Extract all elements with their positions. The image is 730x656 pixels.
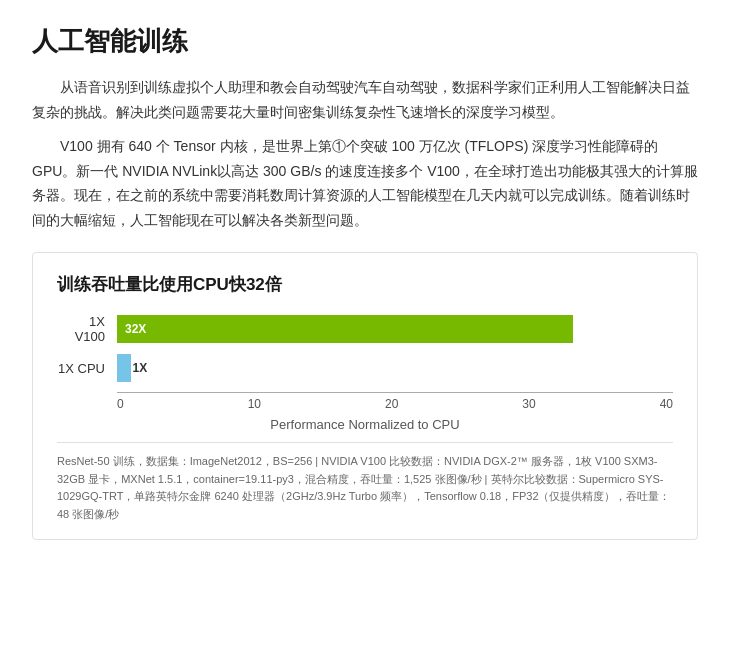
bar-label-cpu: 1X CPU (57, 361, 117, 376)
chart-container: 训练吞吐量比使用CPU快32倍 1X V100 32X 1X CPU 1X 0 … (32, 252, 698, 540)
x-axis-title: Performance Normalized to CPU (57, 417, 673, 432)
bar-fill-v100: 32X (117, 315, 573, 343)
bar-row-v100: 1X V100 32X (57, 314, 673, 344)
page-title: 人工智能训练 (32, 24, 698, 59)
chart-footnote: ResNet-50 训练，数据集：ImageNet2012，BS=256 | N… (57, 442, 673, 523)
bar-row-cpu: 1X CPU 1X (57, 354, 673, 382)
bar-value-v100: 32X (117, 322, 146, 336)
chart-title: 训练吞吐量比使用CPU快32倍 (57, 273, 673, 296)
x-axis-labels: 0 10 20 30 40 (117, 397, 673, 411)
x-label-30: 30 (522, 397, 535, 411)
bar-value-cpu: 1X (133, 361, 148, 375)
bar-label-v100: 1X V100 (57, 314, 117, 344)
bar-fill-cpu (117, 354, 131, 382)
x-label-0: 0 (117, 397, 124, 411)
x-label-40: 40 (660, 397, 673, 411)
x-label-20: 20 (385, 397, 398, 411)
bar-chart: 1X V100 32X 1X CPU 1X (57, 314, 673, 382)
bar-track-cpu: 1X (117, 354, 673, 382)
paragraph-1: 从语音识别到训练虚拟个人助理和教会自动驾驶汽车自动驾驶，数据科学家们正利用人工智… (32, 75, 698, 124)
bar-track-v100: 32X (117, 315, 673, 343)
paragraph-2: V100 拥有 640 个 Tensor 内核，是世界上第①个突破 100 万亿… (32, 134, 698, 232)
x-label-10: 10 (248, 397, 261, 411)
